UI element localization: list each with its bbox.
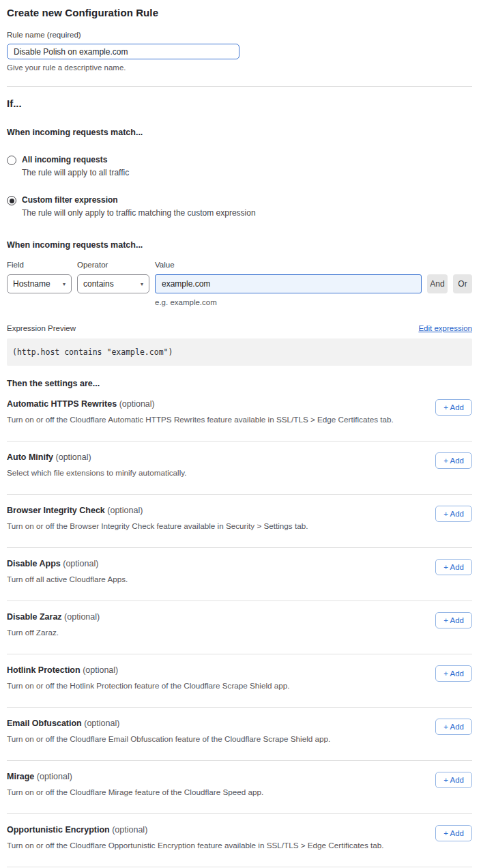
value-hint: e.g. example.com <box>155 298 422 306</box>
field-select[interactable]: Hostname ▾ <box>7 274 72 293</box>
setting-row: Email Obfuscation (optional) Turn on or … <box>7 708 472 761</box>
setting-title: Hotlink Protection (optional) <box>7 665 290 675</box>
expression-code: (http.host contains "example.com") <box>7 338 472 366</box>
setting-description: Turn off all active Cloudflare Apps. <box>7 575 128 583</box>
field-label: Field <box>7 261 72 269</box>
radio-label: Custom filter expression <box>22 195 256 205</box>
optional-label: (optional) <box>56 452 91 462</box>
add-setting-button[interactable]: + Add <box>435 559 472 575</box>
create-configuration-rule-page: Create new Configuration Rule Rule name … <box>0 0 481 868</box>
and-button[interactable]: And <box>427 274 448 293</box>
setting-title: Disable Apps (optional) <box>7 559 128 568</box>
setting-title: Auto Minify (optional) <box>7 452 187 462</box>
setting-description: Turn off Zaraz. <box>7 628 100 637</box>
edit-expression-link[interactable]: Edit expression <box>418 324 472 332</box>
setting-description: Turn on or off the Cloudflare Mirage fea… <box>7 787 263 796</box>
setting-row: Opportunistic Encryption (optional) Turn… <box>7 814 472 867</box>
add-setting-button[interactable]: + Add <box>435 772 472 788</box>
optional-label: (optional) <box>112 825 147 835</box>
setting-title: Automatic HTTPS Rewrites (optional) <box>7 399 394 409</box>
radio-all-incoming-requests[interactable]: All incoming requests The rule will appl… <box>7 155 472 177</box>
add-setting-button[interactable]: + Add <box>435 665 472 682</box>
incoming-requests-subheading: When incoming requests match... <box>7 128 472 137</box>
matcher-heading: When incoming requests match... <box>7 240 472 250</box>
add-setting-button[interactable]: + Add <box>435 612 472 628</box>
setting-row: Mirage (optional) Turn on or off the Clo… <box>7 761 472 814</box>
settings-list: Automatic HTTPS Rewrites (optional) Turn… <box>7 388 472 867</box>
optional-label: (optional) <box>84 719 119 728</box>
radio-icon[interactable] <box>7 196 16 205</box>
optional-label: (optional) <box>37 772 72 781</box>
setting-description: Turn on or off the Hotlink Protection fe… <box>7 681 290 690</box>
setting-description: Select which file extensions to minify a… <box>7 468 187 477</box>
chevron-down-icon: ▾ <box>63 281 65 287</box>
rule-name-label: Rule name (required) <box>7 31 472 39</box>
radio-description: The rule will only apply to traffic matc… <box>22 208 256 218</box>
field-select-value: Hostname <box>13 279 50 289</box>
rule-name-help: Give your rule a descriptive name. <box>7 63 472 72</box>
operator-select[interactable]: contains ▾ <box>77 274 149 293</box>
radio-description: The rule will apply to all traffic <box>22 168 129 177</box>
operator-select-value: contains <box>83 279 114 289</box>
setting-title: Browser Integrity Check (optional) <box>7 506 308 515</box>
setting-title: Opportunistic Encryption (optional) <box>7 825 384 835</box>
setting-title: Disable Zaraz (optional) <box>7 612 100 622</box>
radio-icon[interactable] <box>7 156 16 165</box>
expression-preview-section: Expression Preview Edit expression (http… <box>7 324 472 366</box>
setting-row: Browser Integrity Check (optional) Turn … <box>7 495 472 548</box>
setting-title: Mirage (optional) <box>7 772 263 781</box>
optional-label: (optional) <box>83 665 118 675</box>
setting-title: Email Obfuscation (optional) <box>7 719 330 728</box>
expression-builder: When incoming requests match... Field Op… <box>7 240 472 306</box>
setting-row: Disable Apps (optional) Turn off all act… <box>7 548 472 601</box>
add-setting-button[interactable]: + Add <box>435 719 472 735</box>
operator-label: Operator <box>77 261 149 269</box>
value-label: Value <box>155 261 422 269</box>
then-settings-heading: Then the settings are... <box>7 379 472 388</box>
radio-custom-filter-expression[interactable]: Custom filter expression The rule will o… <box>7 195 472 218</box>
setting-row: Hotlink Protection (optional) Turn on or… <box>7 654 472 708</box>
rule-name-input[interactable] <box>7 44 239 59</box>
setting-description: Turn on or off the Cloudflare Automatic … <box>7 415 394 424</box>
page-title: Create new Configuration Rule <box>7 7 472 18</box>
optional-label: (optional) <box>119 399 155 409</box>
setting-description: Turn on or off the Cloudflare Email Obfu… <box>7 734 330 743</box>
radio-label: All incoming requests <box>22 155 129 164</box>
setting-description: Turn on or off the Cloudflare Opportunis… <box>7 841 384 850</box>
add-setting-button[interactable]: + Add <box>435 506 472 522</box>
setting-row: Auto Minify (optional) Select which file… <box>7 442 472 495</box>
if-section: If... When incoming requests match... Al… <box>7 98 472 218</box>
expression-preview-label: Expression Preview <box>7 324 76 332</box>
optional-label: (optional) <box>63 559 98 568</box>
divider <box>7 86 472 87</box>
setting-description: Turn on or off the Browser Integrity Che… <box>7 521 308 530</box>
add-setting-button[interactable]: + Add <box>435 399 472 416</box>
setting-row: Disable Zaraz (optional) Turn off Zaraz.… <box>7 601 472 654</box>
add-setting-button[interactable]: + Add <box>435 825 472 841</box>
value-input[interactable] <box>155 274 422 293</box>
matcher-grid: Field Operator Value Hostname ▾ contains… <box>7 261 472 306</box>
optional-label: (optional) <box>64 612 100 622</box>
rule-name-section: Rule name (required) Give your rule a de… <box>7 31 472 72</box>
add-setting-button[interactable]: + Add <box>435 452 472 469</box>
setting-row: Automatic HTTPS Rewrites (optional) Turn… <box>7 388 472 442</box>
if-heading: If... <box>7 98 472 109</box>
or-button[interactable]: Or <box>453 274 472 293</box>
chevron-down-icon: ▾ <box>141 281 143 287</box>
optional-label: (optional) <box>107 506 143 515</box>
